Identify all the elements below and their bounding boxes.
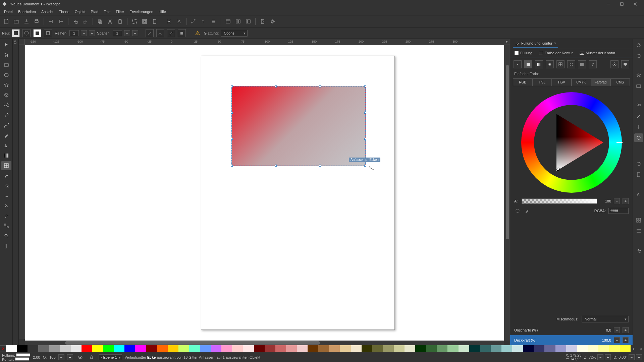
palette-swatch[interactable]: [17, 345, 28, 352]
ungroup-icon[interactable]: T: [199, 17, 208, 26]
selectors-icon[interactable]: [234, 17, 243, 26]
maximize-button[interactable]: [615, 0, 629, 8]
alpha-minus-button[interactable]: −: [614, 198, 620, 204]
palette-swatch[interactable]: [146, 345, 157, 352]
spray-tool-icon[interactable]: [1, 201, 11, 210]
opacity-plus-button[interactable]: +: [623, 337, 629, 343]
paste-icon[interactable]: [116, 17, 124, 26]
palette-swatch[interactable]: [340, 345, 351, 352]
edge-line-icon[interactable]: [146, 29, 154, 37]
group-icon[interactable]: [189, 17, 198, 26]
zoom-drawing-icon[interactable]: [140, 17, 149, 26]
spiral-tool-icon[interactable]: [1, 101, 11, 110]
bezier-tool-icon[interactable]: [1, 121, 11, 130]
canvas-viewport[interactable]: Anfasser an Ecken ⤡+: [25, 45, 504, 341]
3dbox-tool-icon[interactable]: [1, 90, 11, 100]
zoom-page-icon[interactable]: [150, 17, 159, 26]
heart-icon[interactable]: [621, 60, 629, 68]
cm-hsl[interactable]: HSL: [532, 78, 552, 86]
menu-text[interactable]: Text: [101, 9, 113, 15]
smoothing-dropdown[interactable]: Coons: [221, 30, 248, 37]
palette-none-icon[interactable]: ✕: [0, 345, 6, 352]
rows-plus-button[interactable]: +: [89, 30, 95, 36]
palette-swatch[interactable]: [372, 345, 383, 352]
cm-cmyk[interactable]: CMYK: [572, 78, 591, 86]
xml-icon[interactable]: [224, 17, 232, 26]
palette-swatch[interactable]: [200, 345, 211, 352]
palette-swatch[interactable]: [480, 345, 491, 352]
menu-hilfe[interactable]: Hilfe: [156, 9, 169, 15]
palette-scroll-icon[interactable]: ▸: [631, 345, 637, 352]
scrollbar-vertical[interactable]: [505, 45, 510, 341]
palette-swatch[interactable]: [60, 345, 71, 352]
cols-plus-button[interactable]: +: [132, 30, 138, 36]
palette-swatch[interactable]: [232, 345, 243, 352]
rows-minus-button[interactable]: −: [81, 30, 87, 36]
palette-swatch[interactable]: [211, 345, 221, 352]
palette-swatch[interactable]: [286, 345, 297, 352]
ruler-vertical[interactable]: [19, 45, 25, 339]
dropper-tool-icon[interactable]: [1, 171, 11, 180]
palette-swatch[interactable]: [620, 345, 631, 352]
alpha-value[interactable]: 100: [600, 199, 611, 203]
opacity-row[interactable]: Deckkraft (%) 100,0 − +: [510, 335, 633, 345]
palette-swatch[interactable]: [501, 345, 512, 352]
hole-icon[interactable]: [610, 60, 619, 68]
close-button[interactable]: [629, 0, 642, 8]
palette-swatch[interactable]: [275, 345, 286, 352]
palette-swatch[interactable]: [469, 345, 480, 352]
palette-swatch[interactable]: [351, 345, 362, 352]
blur-value[interactable]: 0,0: [597, 328, 611, 332]
palette-swatch[interactable]: [38, 345, 49, 352]
palette-swatch[interactable]: [178, 345, 189, 352]
paint-linear-icon[interactable]: [535, 60, 543, 68]
palette-swatch[interactable]: [415, 345, 426, 352]
zoom-plus-button[interactable]: +: [605, 354, 611, 360]
mesh-tool-icon[interactable]: [1, 161, 11, 170]
text-tool-icon[interactable]: A: [1, 141, 11, 150]
palette-swatch[interactable]: [71, 345, 82, 352]
undo-icon[interactable]: [71, 17, 80, 26]
paint-unknown-icon[interactable]: ?: [589, 60, 597, 68]
new-document-icon[interactable]: [2, 17, 11, 26]
tweak-tool-icon[interactable]: [1, 191, 11, 200]
layer-lock-icon[interactable]: [87, 353, 96, 362]
palette-swatch[interactable]: [555, 345, 566, 352]
strip-objects-icon[interactable]: [634, 82, 643, 90]
warning-icon[interactable]: [193, 29, 202, 38]
minimize-button[interactable]: [602, 0, 615, 8]
palette-swatch[interactable]: [82, 345, 92, 352]
paint-radial-icon[interactable]: [546, 60, 554, 68]
rows-input[interactable]: [69, 30, 79, 36]
palette-swatch[interactable]: [405, 345, 415, 352]
tab-fill-and-stroke[interactable]: Füllung und Kontur ×: [513, 40, 558, 48]
palette-swatch[interactable]: [103, 345, 114, 352]
subtab-fill[interactable]: Füllung: [514, 49, 533, 57]
star-tool-icon[interactable]: [1, 80, 11, 90]
palette-swatch[interactable]: [28, 345, 38, 352]
mesh-stroke-icon[interactable]: [44, 29, 52, 37]
palette-swatch[interactable]: [297, 345, 308, 352]
palette-swatch[interactable]: [491, 345, 501, 352]
color-managed-icon[interactable]: [514, 207, 521, 214]
zoom-value[interactable]: 72%: [589, 355, 596, 359]
palette-swatch[interactable]: [512, 345, 523, 352]
export-icon[interactable]: [57, 17, 65, 26]
paint-mesh-icon[interactable]: [556, 60, 565, 68]
rot-minus-button[interactable]: −: [629, 354, 635, 360]
menu-datei[interactable]: Datei: [1, 9, 15, 15]
edge-curve-icon[interactable]: [156, 29, 164, 37]
strip-object-icon[interactable]: [634, 52, 643, 60]
zoom-selection-icon[interactable]: [130, 17, 139, 26]
lock-guides-icon[interactable]: [13, 40, 18, 46]
palette-swatch[interactable]: [254, 345, 265, 352]
import-icon[interactable]: [47, 17, 55, 26]
hue-pointer[interactable]: [616, 142, 623, 143]
document-properties-icon[interactable]: [258, 17, 267, 26]
layers-panel-icon[interactable]: [244, 17, 253, 26]
cols-minus-button[interactable]: −: [124, 30, 130, 36]
save-icon[interactable]: [22, 17, 31, 26]
status-opacity-value[interactable]: 100: [49, 355, 55, 359]
palette-swatch[interactable]: [609, 345, 620, 352]
strip-align-icon[interactable]: [634, 101, 643, 110]
